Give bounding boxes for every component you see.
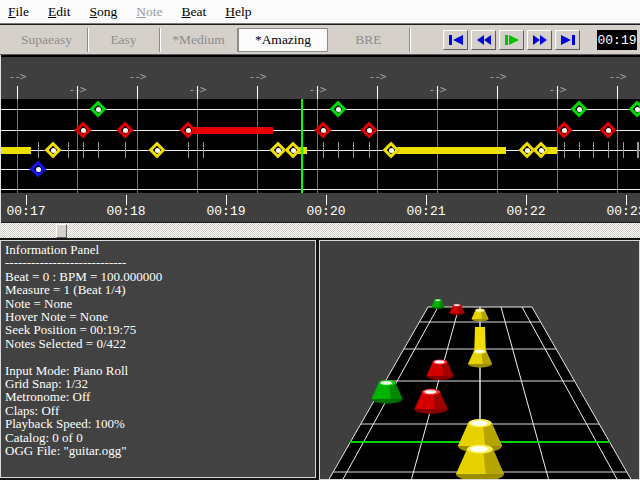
menu-file[interactable]: File bbox=[8, 4, 29, 20]
skip-to-end-button[interactable] bbox=[555, 30, 580, 50]
fast-forward-button[interactable] bbox=[527, 30, 552, 50]
grid-stem bbox=[638, 142, 639, 158]
note-red[interactable] bbox=[599, 121, 617, 139]
info-line: Notes Selected = 0/422 bbox=[5, 337, 315, 350]
grid-stem bbox=[338, 142, 339, 158]
note-red[interactable] bbox=[179, 121, 197, 139]
chart-editor: -->-->-->-->-->-->-->-->-->-->--> 00:170… bbox=[0, 55, 640, 238]
rewind-button[interactable] bbox=[471, 30, 496, 50]
beat-marker-header: -->-->-->-->-->-->-->-->-->-->--> bbox=[1, 55, 640, 99]
toolbar: SupaeasyEasy*Medium*AmazingBRE 00:19 bbox=[0, 25, 640, 55]
info-panel-title: Information Panel bbox=[5, 243, 315, 256]
menu-edit[interactable]: Edit bbox=[48, 4, 71, 20]
menu-bar: FileEditSongNoteBeatHelp bbox=[0, 0, 640, 24]
grid-stem bbox=[564, 142, 565, 158]
note-red[interactable] bbox=[555, 121, 573, 139]
grid-stem bbox=[369, 142, 370, 158]
note-green[interactable] bbox=[89, 100, 107, 118]
note-red[interactable] bbox=[74, 121, 92, 139]
skip-to-start-button[interactable] bbox=[443, 30, 468, 50]
skip-to-start-icon bbox=[449, 35, 463, 45]
grid-stem bbox=[593, 142, 594, 158]
grid-stem bbox=[38, 142, 39, 158]
grid-stem bbox=[203, 142, 204, 158]
beat-arrow: --> bbox=[129, 70, 146, 83]
play-button[interactable] bbox=[499, 30, 524, 50]
note-yellow[interactable] bbox=[284, 141, 302, 159]
note-center-dot bbox=[577, 107, 582, 112]
note-center-dot bbox=[123, 128, 128, 133]
note-blue[interactable] bbox=[29, 160, 47, 178]
note-green[interactable] bbox=[329, 100, 347, 118]
rewind-icon bbox=[477, 35, 491, 45]
note-red[interactable] bbox=[116, 121, 134, 139]
note-center-dot bbox=[336, 107, 341, 112]
horizontal-scrollbar[interactable] bbox=[1, 222, 640, 238]
note-center-dot bbox=[562, 128, 567, 133]
bottom-panels: Information Panel ----------------------… bbox=[0, 238, 640, 480]
tab-amazing[interactable]: *Amazing bbox=[238, 28, 328, 52]
3d-fretboard bbox=[320, 241, 639, 479]
note-center-dot bbox=[291, 148, 296, 153]
lane-line-orange bbox=[1, 189, 640, 190]
gem-highlight bbox=[435, 299, 440, 301]
grid-stem bbox=[125, 142, 126, 158]
note-center-dot bbox=[389, 148, 394, 153]
beat-grid-line bbox=[557, 99, 558, 193]
sustain-tail-yellow[interactable] bbox=[391, 147, 506, 154]
note-center-dot bbox=[525, 148, 530, 153]
scrollbar-thumb[interactable] bbox=[56, 224, 67, 238]
tab-supaeasy[interactable]: Supaeasy bbox=[6, 28, 88, 52]
beat-grid-line bbox=[257, 99, 258, 193]
info-line: Seek Position = 00:19:75 bbox=[5, 323, 315, 336]
ruler-time-label: 00:23 bbox=[606, 204, 640, 219]
tab-bre[interactable]: BRE bbox=[328, 28, 410, 52]
beat-grid-line bbox=[377, 99, 378, 193]
ruler-time-label: 00:17 bbox=[6, 204, 45, 219]
information-panel: Information Panel ----------------------… bbox=[0, 240, 316, 478]
note-yellow[interactable] bbox=[532, 141, 550, 159]
beat-grid-line bbox=[197, 99, 198, 193]
tab-medium[interactable]: *Medium bbox=[160, 28, 238, 52]
grid-stem bbox=[579, 142, 580, 158]
beat-arrow: --> bbox=[249, 70, 266, 83]
beat-tick bbox=[197, 86, 198, 99]
chart-editor-window: FileEditSongNoteBeatHelp SupaeasyEasy*Me… bbox=[0, 0, 640, 480]
beat-tick bbox=[557, 86, 558, 99]
ruler-time-label: 00:20 bbox=[306, 204, 345, 219]
ruler-time-label: 00:21 bbox=[406, 204, 445, 219]
tab-easy[interactable]: Easy bbox=[88, 28, 160, 52]
info-line: Measure = 1 (Beat 1/4) bbox=[5, 283, 315, 296]
menu-beat[interactable]: Beat bbox=[182, 4, 207, 20]
beat-tick bbox=[437, 86, 438, 99]
beat-tick bbox=[497, 86, 498, 99]
grid-stem bbox=[623, 142, 624, 158]
piano-roll[interactable] bbox=[1, 99, 640, 193]
beat-grid-line bbox=[17, 99, 18, 193]
sustain-tail-yellow[interactable] bbox=[1, 147, 31, 154]
note-green[interactable] bbox=[570, 100, 588, 118]
beat-grid-line bbox=[137, 99, 138, 193]
note-green[interactable] bbox=[628, 100, 640, 118]
note-yellow[interactable] bbox=[148, 141, 166, 159]
time-display: 00:19 bbox=[597, 30, 637, 50]
note-center-dot bbox=[367, 128, 372, 133]
seek-position-line[interactable] bbox=[301, 99, 303, 193]
menu-help[interactable]: Help bbox=[225, 4, 251, 20]
note-center-dot bbox=[81, 128, 86, 133]
info-line: Claps: Off bbox=[5, 404, 315, 417]
gem-highlight bbox=[454, 304, 460, 306]
note-yellow[interactable] bbox=[44, 141, 62, 159]
note-red[interactable] bbox=[314, 121, 332, 139]
time-ruler[interactable]: 00:1700:1800:1900:2000:2100:2200:23 bbox=[1, 193, 640, 222]
grid-stem bbox=[83, 142, 84, 158]
menu-song[interactable]: Song bbox=[90, 4, 118, 20]
note-yellow[interactable] bbox=[382, 141, 400, 159]
info-line: OGG File: "guitar.ogg" bbox=[5, 444, 315, 457]
sustain-tail-red[interactable] bbox=[188, 127, 273, 134]
beat-tick bbox=[257, 86, 258, 99]
note-center-dot bbox=[276, 148, 281, 153]
note-center-dot bbox=[155, 148, 160, 153]
gem-highlight bbox=[475, 350, 484, 353]
note-red[interactable] bbox=[360, 121, 378, 139]
